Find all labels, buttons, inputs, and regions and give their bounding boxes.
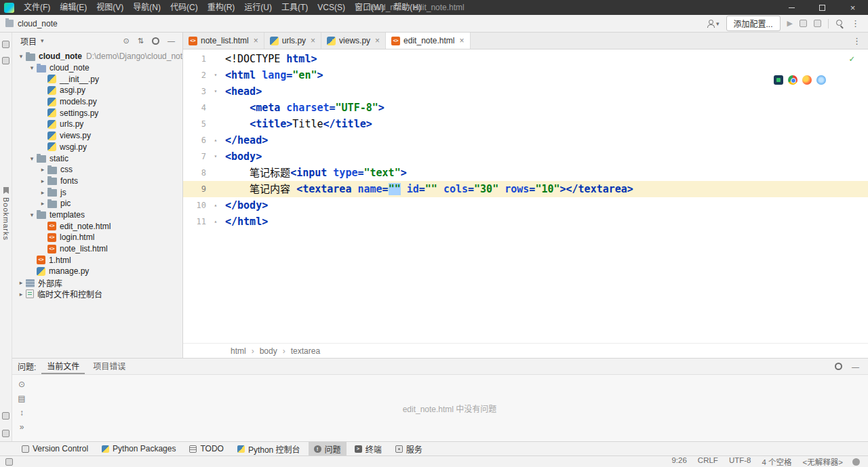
tree-arrow-icon[interactable]: ▸	[38, 200, 47, 207]
line-number[interactable]: 6	[183, 132, 206, 148]
close-button[interactable]: ×	[837, 0, 868, 15]
search-icon[interactable]	[835, 19, 844, 28]
menu-item[interactable]: 运行(U)	[239, 0, 277, 15]
ie-icon[interactable]	[774, 75, 783, 85]
status-bar-item[interactable]: <无解释器>	[803, 456, 843, 467]
navigation-breadcrumb[interactable]: cloud_note	[18, 19, 58, 28]
firefox-icon[interactable]	[802, 75, 812, 85]
project-panel-title[interactable]: 项目	[20, 35, 37, 47]
tree-arrow-icon[interactable]: ▸	[38, 166, 47, 173]
add-configuration-button[interactable]: 添加配置...	[726, 16, 781, 31]
inspection-status-icon[interactable]: ✓	[849, 54, 854, 64]
code-line[interactable]: 1<!DOCTYPE html>	[183, 51, 868, 67]
tree-item[interactable]: ▸js	[12, 186, 182, 198]
gear-icon[interactable]	[152, 37, 159, 45]
code-line[interactable]: 9 笔记内容 <textarea name="" id="" cols="30"…	[183, 181, 868, 197]
sort-icon[interactable]: ↕	[20, 409, 24, 417]
toolwindow-button[interactable]: 服务	[390, 442, 428, 455]
tree-arrow-icon[interactable]: ▸	[16, 291, 26, 298]
code-line[interactable]: 5 <title>Title</title>	[183, 116, 868, 132]
run-icon[interactable]: ▶	[787, 19, 793, 28]
tree-item[interactable]: ▾templates	[12, 209, 182, 221]
locate-file-icon[interactable]: ⊙	[121, 37, 132, 45]
filter-icon[interactable]: ⊙	[18, 380, 25, 388]
code-editor[interactable]: 1<!DOCTYPE html>2▾<html lang="en">3▾<hea…	[183, 49, 868, 343]
toolwindow-button[interactable]: TODO	[184, 442, 229, 455]
tree-item[interactable]: asgi.py	[12, 85, 182, 96]
expand-collapse-icon[interactable]: ⇅	[136, 37, 146, 45]
close-icon[interactable]: ×	[375, 36, 380, 45]
chrome-icon[interactable]	[788, 75, 797, 85]
minimize-button[interactable]	[776, 0, 807, 15]
tree-arrow-icon[interactable]: ▸	[38, 189, 47, 196]
line-number[interactable]: 8	[183, 165, 206, 181]
line-number[interactable]: 11	[183, 214, 206, 230]
fold-marker-icon[interactable]: ▾	[206, 67, 225, 83]
menu-item[interactable]: 工具(T)	[277, 0, 313, 15]
code-line[interactable]: 11▴</html>	[183, 214, 868, 230]
problems-tab[interactable]: 项目错误	[87, 359, 131, 374]
tree-item[interactable]: settings.py	[12, 107, 182, 119]
maximize-button[interactable]	[807, 0, 837, 15]
profiler-icon[interactable]	[814, 20, 821, 27]
toolwindow-button[interactable]: 问题	[309, 442, 347, 455]
status-bar-item[interactable]: CRLF	[698, 456, 718, 467]
tree-item[interactable]: urls.py	[12, 119, 182, 130]
gear-icon[interactable]	[835, 363, 842, 370]
fold-marker-icon[interactable]: ▴	[206, 132, 225, 148]
line-number[interactable]: 9	[183, 181, 206, 197]
tree-item[interactable]: manage.py	[12, 266, 182, 277]
code-line[interactable]: 2▾<html lang="en">	[183, 67, 868, 83]
fold-marker-icon[interactable]: ▴	[206, 197, 225, 214]
tree-arrow-icon[interactable]: ▾	[27, 155, 37, 162]
commit-tool-icon[interactable]	[2, 57, 9, 64]
line-number[interactable]: 10	[183, 197, 206, 214]
code-line[interactable]: 6▴</head>	[183, 132, 868, 148]
tree-item[interactable]: ▾cloud_note	[12, 62, 182, 74]
tree-item[interactable]: note_list.html	[12, 243, 182, 255]
hide-panel-icon[interactable]: —	[165, 37, 177, 45]
fold-marker-icon[interactable]: ▾	[206, 148, 225, 165]
status-bar-item[interactable]: UTF-8	[729, 456, 751, 467]
bookmarks-tool-button[interactable]: Bookmarks	[0, 187, 12, 241]
menu-item[interactable]: 文件(F)	[19, 0, 55, 15]
highlighting-level-icon[interactable]	[852, 458, 860, 466]
coverage-icon[interactable]	[800, 20, 807, 27]
more-icon[interactable]: »	[20, 423, 24, 431]
fold-marker-icon[interactable]: ▴	[206, 214, 225, 230]
tree-arrow-icon[interactable]: ▾	[27, 64, 37, 71]
line-number[interactable]: 3	[183, 83, 206, 100]
code-line[interactable]: 7▾<body>	[183, 148, 868, 165]
safari-icon[interactable]	[816, 75, 826, 85]
tree-item[interactable]: 1.html	[12, 254, 182, 266]
line-number[interactable]: 5	[183, 116, 206, 132]
code-line[interactable]: 4 <meta charset="UTF-8">	[183, 100, 868, 116]
tree-item[interactable]: models.py	[12, 96, 182, 108]
close-icon[interactable]: ×	[460, 36, 465, 45]
favorites-tool-icon[interactable]	[2, 430, 9, 437]
view-options-icon[interactable]: ▤	[18, 394, 25, 403]
structure-tool-icon[interactable]	[2, 412, 9, 420]
code-line[interactable]: 3▾<head>	[183, 83, 868, 100]
code-line[interactable]: 10▴</body>	[183, 197, 868, 214]
line-number[interactable]: 4	[183, 100, 206, 116]
tree-item[interactable]: views.py	[12, 130, 182, 142]
toolwindow-button[interactable]: Version Control	[16, 442, 94, 455]
line-number[interactable]: 1	[183, 51, 206, 67]
toolwindow-button[interactable]: Python Packages	[96, 442, 181, 455]
problems-tab[interactable]: 当前文件	[41, 359, 85, 374]
close-icon[interactable]: ×	[311, 36, 315, 45]
editor-tab[interactable]: edit_note.html×	[386, 33, 470, 49]
toolwindow-button[interactable]: 终端	[349, 442, 387, 455]
chevron-down-icon[interactable]: ▾	[41, 37, 44, 44]
line-number[interactable]: 7	[183, 148, 206, 165]
menu-item[interactable]: 视图(V)	[92, 0, 128, 15]
status-bar-item[interactable]: 4 个空格	[762, 456, 791, 467]
menu-item[interactable]: 重构(R)	[203, 0, 240, 15]
tab-options-icon[interactable]: ⋮	[846, 33, 868, 49]
code-line[interactable]: 8 笔记标题<input type="text">	[183, 165, 868, 181]
tree-arrow-icon[interactable]: ▸	[38, 178, 47, 184]
toolwindow-button[interactable]: Python 控制台	[232, 442, 306, 455]
editor-tab[interactable]: note_list.html×	[183, 33, 264, 49]
editor-tab[interactable]: urls.py×	[264, 33, 321, 49]
